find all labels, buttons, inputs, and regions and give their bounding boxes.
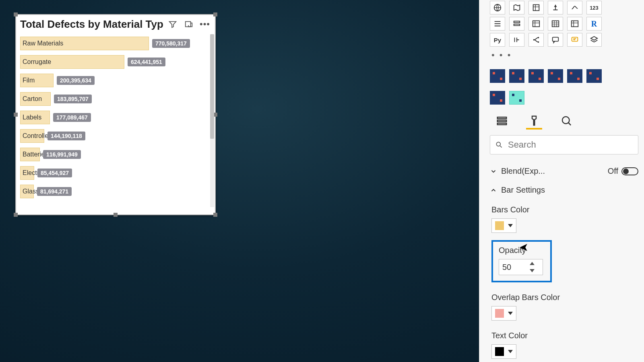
chevron-down-icon — [508, 312, 513, 315]
bars-color-picker[interactable] — [491, 218, 516, 233]
opacity-step-down[interactable] — [527, 267, 537, 274]
overlap-bars-color-picker[interactable] — [491, 306, 516, 321]
visual-header: Total Defects by Material Typ ••• — [16, 15, 215, 33]
svg-rect-14 — [497, 120, 507, 122]
bar-row[interactable]: Labels177,089,467 — [20, 108, 213, 127]
viz-gallery-more-icon[interactable]: • • • — [490, 49, 638, 61]
bars-color-swatch — [495, 221, 504, 230]
custom-visual-6-icon[interactable] — [586, 69, 602, 83]
overlap-bars-color-swatch — [495, 309, 504, 318]
resize-handle[interactable] — [213, 12, 217, 16]
viz-type-python-icon[interactable]: Py — [490, 33, 505, 47]
opacity-label: Opacity — [499, 246, 545, 255]
custom-visual-4-icon[interactable] — [548, 69, 563, 83]
viz-type-kpi-icon[interactable] — [567, 1, 582, 14]
svg-rect-15 — [497, 123, 507, 125]
viz-type-table-icon[interactable] — [528, 17, 544, 31]
viz-type-gauge-icon[interactable] — [548, 1, 563, 14]
focus-mode-icon[interactable] — [184, 19, 194, 29]
viz-type-qa-icon[interactable] — [548, 33, 563, 47]
bar-row[interactable]: Raw Materials770,580,317 — [20, 34, 213, 53]
bar-row[interactable]: Carton183,895,707 — [20, 90, 213, 108]
bar-category-label: Carton — [23, 92, 42, 106]
bar-value-label: 81,694,271 — [37, 187, 72, 196]
text-color-swatch — [495, 347, 504, 356]
more-options-icon[interactable]: ••• — [200, 19, 210, 29]
bar-category-label: Corrugate — [23, 55, 51, 69]
analytics-tab[interactable] — [558, 113, 574, 130]
custom-visual-1-icon[interactable] — [490, 69, 505, 83]
viz-type-slicer-icon[interactable] — [509, 17, 524, 31]
fields-tab[interactable] — [494, 113, 510, 130]
custom-visual-5-icon[interactable] — [567, 69, 582, 83]
svg-point-17 — [496, 142, 500, 146]
svg-rect-2 — [533, 5, 539, 11]
viz-type-globe-icon[interactable] — [490, 1, 505, 14]
svg-point-16 — [562, 117, 570, 124]
pane-tabs — [494, 113, 638, 130]
resize-handle[interactable] — [14, 12, 18, 16]
viz-type-narrative-icon[interactable] — [567, 33, 582, 47]
viz-type-paginated-icon[interactable] — [586, 33, 602, 47]
bar-category-label: Glass — [23, 185, 39, 198]
viz-type-decomposition-icon[interactable] — [528, 33, 544, 47]
bars-color-label: Bars Color — [491, 205, 638, 214]
opacity-field-highlight: Opacity — [491, 240, 552, 282]
bar-value-label: 116,991,949 — [43, 150, 81, 159]
viz-type-matrix-icon[interactable] — [548, 17, 563, 31]
opacity-step-up[interactable] — [527, 260, 537, 267]
viz-type-card-icon[interactable]: 123 — [586, 1, 602, 14]
bar-value-label: 144,190,118 — [47, 132, 85, 140]
viz-type-multirow-card-icon[interactable] — [490, 17, 505, 31]
bar-value-label: 200,395,634 — [57, 76, 95, 85]
bar-value-label: 770,580,317 — [152, 39, 190, 48]
svg-rect-12 — [572, 37, 578, 41]
scrollbar[interactable] — [210, 34, 214, 207]
custom-visual-selected-icon[interactable] — [509, 91, 524, 105]
toggle-switch[interactable] — [621, 167, 638, 175]
filter-icon[interactable] — [167, 19, 178, 29]
opacity-input-wrap[interactable] — [499, 259, 543, 275]
bar-chart-plot: Raw Materials770,580,317Corrugate624,441… — [16, 33, 215, 214]
text-color-label: Text Color — [491, 331, 638, 340]
custom-visual-3-icon[interactable] — [528, 69, 544, 83]
svg-point-10 — [538, 41, 539, 43]
format-tab[interactable] — [526, 113, 542, 130]
chevron-down-icon — [508, 350, 513, 353]
search-box[interactable] — [490, 135, 638, 154]
section-bar-settings[interactable]: Bar Settings — [490, 181, 638, 200]
scrollbar-thumb[interactable] — [210, 34, 214, 139]
custom-visual-7-icon[interactable] — [490, 91, 505, 105]
chevron-up-icon — [490, 187, 497, 194]
visualization-gallery: 123 R Py • • • — [490, 1, 638, 105]
bar-chart-visual[interactable]: Total Defects by Material Typ ••• Raw Ma… — [15, 14, 216, 215]
viz-type-shape-map-icon[interactable] — [528, 1, 544, 14]
custom-visual-2-icon[interactable] — [509, 69, 524, 83]
bar-category-label: Labels — [23, 111, 41, 124]
search-input[interactable] — [508, 140, 633, 150]
bar-row[interactable]: Electrolytes85,454,927 — [20, 164, 213, 182]
chevron-down-icon — [508, 224, 513, 227]
chevron-down-icon — [490, 168, 497, 175]
toggle-state-label: Off — [608, 167, 618, 176]
bar-category-label: Film — [23, 74, 35, 87]
svg-rect-6 — [552, 21, 559, 27]
svg-rect-3 — [514, 21, 520, 23]
viz-type-filled-map-icon[interactable] — [509, 1, 524, 14]
bar-category-label: Raw Materials — [23, 37, 63, 50]
svg-point-9 — [538, 37, 539, 39]
viz-type-pivot-icon[interactable] — [567, 17, 582, 31]
bar-row[interactable]: Corrugate624,441,951 — [20, 53, 213, 71]
svg-point-8 — [533, 39, 535, 41]
bar-row[interactable]: Film200,395,634 — [20, 71, 213, 90]
report-canvas[interactable]: Total Defects by Material Typ ••• Raw Ma… — [0, 0, 479, 362]
section-blend[interactable]: Blend(Exp... Off — [490, 162, 638, 181]
bar-row[interactable]: Batteries116,991,949 — [20, 145, 213, 164]
opacity-input[interactable] — [499, 263, 527, 272]
bar-value-label: 624,441,951 — [128, 58, 165, 66]
bar-row[interactable]: Glass81,694,271 — [20, 182, 213, 201]
viz-type-key-influencers-icon[interactable] — [509, 33, 524, 47]
bar-row[interactable]: Controllers144,190,118 — [20, 127, 213, 145]
viz-type-r-script-icon[interactable]: R — [586, 17, 602, 31]
text-color-picker[interactable] — [491, 344, 516, 359]
